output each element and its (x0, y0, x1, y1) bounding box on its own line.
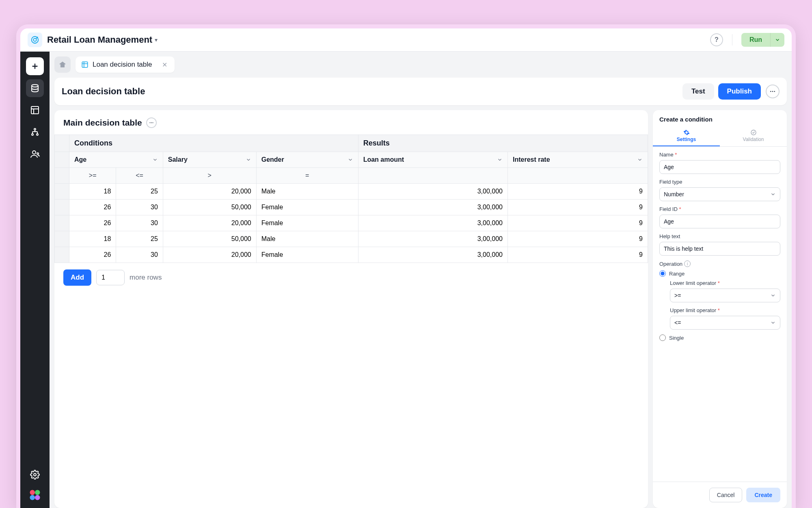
publish-button[interactable]: Publish (718, 83, 761, 100)
cell-gender[interactable]: Male (256, 184, 358, 200)
chevron-down-icon (637, 157, 643, 163)
panel-title: Create a condition (653, 110, 787, 127)
select-upper-limit[interactable]: <= (670, 316, 780, 330)
sidebar-layout-button[interactable] (26, 101, 44, 119)
cell-age-hi[interactable]: 25 (116, 231, 163, 247)
cell-interest-rate[interactable]: 9 (508, 231, 648, 247)
table-footer: Add more rows (54, 263, 648, 286)
cell-gender[interactable]: Female (256, 215, 358, 231)
table-row[interactable]: 182550,000Male3,00,0009 (55, 231, 648, 247)
sidebar-users-button[interactable] (26, 145, 44, 163)
col-gender[interactable]: Gender (256, 152, 358, 168)
tab-settings[interactable]: Settings (653, 127, 720, 146)
op-gender: = (256, 168, 358, 184)
table-row[interactable]: 263020,000Female3,00,0009 (55, 215, 648, 231)
divider (732, 34, 732, 46)
results-header: Results (358, 135, 648, 152)
more-rows-text: more rows (130, 274, 162, 282)
radio-range[interactable]: Range (659, 270, 780, 277)
run-button[interactable]: Run (741, 33, 770, 47)
svg-point-8 (32, 134, 33, 135)
tab-close-button[interactable]: ✕ (160, 61, 169, 69)
input-help-text[interactable] (659, 242, 780, 256)
table-icon (81, 61, 89, 68)
file-tab[interactable]: Loan decision table ✕ (76, 56, 175, 73)
cell-loan-amount[interactable]: 3,00,000 (358, 184, 508, 200)
col-salary[interactable]: Salary (163, 152, 256, 168)
cell-interest-rate[interactable]: 9 (508, 215, 648, 231)
tab-validation[interactable]: Validation (720, 127, 787, 146)
add-rows-button[interactable]: Add (63, 269, 91, 286)
cell-age-lo[interactable]: 18 (69, 231, 116, 247)
select-lower-limit[interactable]: >= (670, 289, 780, 302)
svg-point-9 (37, 134, 38, 135)
cell-age-hi[interactable]: 30 (116, 200, 163, 215)
cell-loan-amount[interactable]: 3,00,000 (358, 231, 508, 247)
cell-age-hi[interactable]: 25 (116, 184, 163, 200)
cell-interest-rate[interactable]: 9 (508, 200, 648, 215)
cell-age-hi[interactable]: 30 (116, 215, 163, 231)
table-row[interactable]: 263050,000Female3,00,0009 (55, 200, 648, 215)
cell-salary[interactable]: 50,000 (163, 231, 256, 247)
sidebar-settings-button[interactable] (26, 466, 44, 484)
panel-footer: Cancel Create (653, 482, 787, 508)
table-row[interactable]: 263020,000Female3,00,0009 (55, 247, 648, 263)
cell-age-lo[interactable]: 26 (69, 200, 116, 215)
cell-age-lo[interactable]: 18 (69, 184, 116, 200)
cell-gender[interactable]: Female (256, 247, 358, 263)
run-dropdown-button[interactable] (770, 33, 784, 47)
chevron-down-icon (246, 157, 251, 163)
svg-point-14 (30, 490, 35, 495)
cell-salary[interactable]: 50,000 (163, 200, 256, 215)
radio-single[interactable]: Single (659, 334, 780, 341)
svg-point-23 (774, 91, 775, 92)
cell-interest-rate[interactable]: 9 (508, 184, 648, 200)
cell-loan-amount[interactable]: 3,00,000 (358, 247, 508, 263)
label-help-text: Help text (659, 233, 780, 239)
sidebar-workflow-button[interactable] (26, 123, 44, 141)
cell-gender[interactable]: Male (256, 231, 358, 247)
page-more-button[interactable] (766, 85, 780, 98)
col-age[interactable]: Age (69, 152, 163, 168)
svg-point-11 (32, 151, 36, 154)
app-title[interactable]: Retail Loan Management ▾ (47, 35, 158, 45)
chevron-down-icon (770, 320, 776, 326)
panel-tabs: Settings Validation (653, 127, 787, 147)
cell-age-lo[interactable]: 26 (69, 215, 116, 231)
decision-table-card: Main decision table Conditions Results (54, 110, 648, 508)
cell-interest-rate[interactable]: 9 (508, 247, 648, 263)
cancel-button[interactable]: Cancel (709, 488, 743, 502)
col-interest-rate[interactable]: Interest rate (508, 152, 648, 168)
svg-point-1 (33, 38, 36, 41)
cell-age-hi[interactable]: 30 (116, 247, 163, 263)
input-name[interactable] (659, 160, 780, 174)
cell-gender[interactable]: Female (256, 200, 358, 215)
cell-salary[interactable]: 20,000 (163, 215, 256, 231)
brand-logo-icon (28, 488, 42, 502)
table-row[interactable]: 182520,000Male3,00,0009 (55, 184, 648, 200)
sidebar-data-button[interactable] (26, 79, 44, 97)
cell-loan-amount[interactable]: 3,00,000 (358, 215, 508, 231)
cell-salary[interactable]: 20,000 (163, 247, 256, 263)
label-operation: Operationi (659, 261, 780, 267)
svg-point-12 (37, 153, 39, 154)
test-button[interactable]: Test (682, 83, 714, 100)
help-button[interactable]: ? (710, 33, 723, 46)
label-field-type: Field type (659, 179, 780, 185)
cell-age-lo[interactable]: 26 (69, 247, 116, 263)
sidebar-add-button[interactable] (26, 57, 44, 75)
create-button[interactable]: Create (746, 488, 780, 502)
input-field-id[interactable] (659, 215, 780, 228)
select-field-type[interactable]: Number (659, 187, 780, 201)
table-more-button[interactable] (146, 117, 157, 128)
conditions-header: Conditions (69, 135, 358, 152)
op-age-lo: >= (69, 168, 116, 184)
svg-point-26 (152, 122, 153, 123)
cell-salary[interactable]: 20,000 (163, 184, 256, 200)
row-count-input[interactable] (96, 270, 125, 285)
home-tab[interactable] (54, 56, 71, 73)
title-caret-icon: ▾ (155, 37, 158, 43)
gear-icon (683, 129, 690, 136)
col-loan-amount[interactable]: Loan amount (358, 152, 508, 168)
cell-loan-amount[interactable]: 3,00,000 (358, 200, 508, 215)
